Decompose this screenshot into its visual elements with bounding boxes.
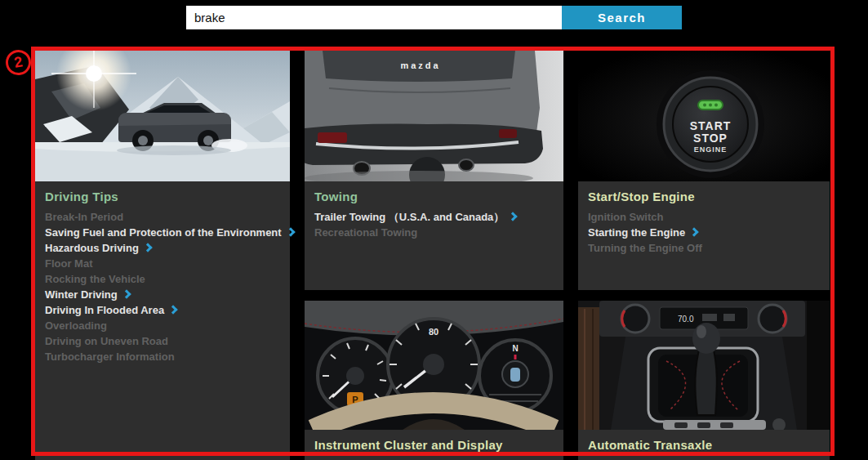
topic-list: Ignition Switch Starting the Engine Turn… <box>588 209 820 256</box>
instrument-cluster-photo[interactable]: P 80 N <box>305 301 563 430</box>
card-title-driving-tips[interactable]: Driving Tips <box>45 190 280 203</box>
topic-list: Trailer Towing （U.S.A. and Canada） Recre… <box>314 209 554 240</box>
chevron-right-icon <box>168 305 177 314</box>
start-label: START <box>690 119 732 132</box>
search-button[interactable]: Search <box>562 6 682 29</box>
card-title-instrument-cluster[interactable]: Instrument Cluster and Display <box>314 438 554 452</box>
card-title-start-stop-engine[interactable]: Start/Stop Engine <box>588 190 820 203</box>
chevron-right-icon <box>122 289 131 298</box>
topic-turning-the-engine-off: Turning the Engine Off <box>588 240 820 256</box>
topic-driving-on-uneven-road: Driving on Uneven Road <box>45 333 280 349</box>
topic-hazardous-driving[interactable]: Hazardous Driving <box>45 240 280 256</box>
card-driving-tips: Driving Tips Break-In Period Saving Fuel… <box>35 51 290 460</box>
chevron-right-icon <box>143 243 152 252</box>
search-bar: Search <box>0 0 868 34</box>
speed-value: 80 <box>429 327 438 337</box>
topic-turbocharger-information: Turbocharger Information <box>45 349 280 364</box>
push-button-start-photo[interactable]: START STOP ENGINE <box>578 51 830 181</box>
topic-break-in-period: Break-In Period <box>45 209 280 225</box>
topic-list: Break-In Period Saving Fuel and Protecti… <box>45 209 280 364</box>
manual-search-results-page: Search 2 <box>0 0 868 460</box>
gear-shifter-photo[interactable]: 70.0 <box>578 301 830 430</box>
topic-winter-driving[interactable]: Winter Driving <box>45 287 280 302</box>
card-start-stop-engine: START STOP ENGINE Start/Stop Engine Igni… <box>578 51 830 290</box>
compass-north: N <box>512 344 518 353</box>
stop-label: STOP <box>693 132 728 145</box>
topic-recreational-towing: Recreational Towing <box>314 225 554 240</box>
topic-trailer-towing[interactable]: Trailer Towing （U.S.A. and Canada） <box>314 209 554 225</box>
shift-lever <box>692 323 720 415</box>
topic-driving-in-flooded-area[interactable]: Driving In Flooded Area <box>45 302 280 318</box>
card-title-automatic-transaxle[interactable]: Automatic Transaxle <box>588 438 820 452</box>
card-automatic-transaxle: 70.0 <box>578 301 830 460</box>
topic-saving-fuel[interactable]: Saving Fuel and Protection of the Enviro… <box>45 225 280 240</box>
card-instrument-cluster: P 80 N <box>305 301 563 460</box>
chevron-right-icon <box>509 212 518 221</box>
topic-starting-the-engine[interactable]: Starting the Engine <box>588 225 820 240</box>
topic-rocking-the-vehicle: Rocking the Vehicle <box>45 271 280 287</box>
chevron-right-icon <box>286 227 295 236</box>
search-input[interactable] <box>186 6 562 29</box>
engine-start-indicator <box>698 100 723 109</box>
winter-driving-photo[interactable] <box>35 51 290 181</box>
wood-trim <box>578 307 599 430</box>
mazda-wordmark: mazda <box>400 60 440 70</box>
car-rear: mazda <box>305 51 543 181</box>
chevron-right-icon <box>690 227 699 236</box>
engine-label: ENGINE <box>694 145 728 154</box>
annotation-step-number: 2 <box>4 48 33 78</box>
topic-floor-mat: Floor Mat <box>45 256 280 271</box>
topic-overloading: Overloading <box>45 318 280 333</box>
topic-ignition-switch: Ignition Switch <box>588 209 820 225</box>
card-towing: mazda Towing Trailer Towing （U.S.A. and … <box>305 51 563 290</box>
temperature-display: 70.0 <box>678 315 694 324</box>
card-title-towing[interactable]: Towing <box>314 190 554 203</box>
vehicle-rear-photo[interactable]: mazda <box>305 51 563 181</box>
